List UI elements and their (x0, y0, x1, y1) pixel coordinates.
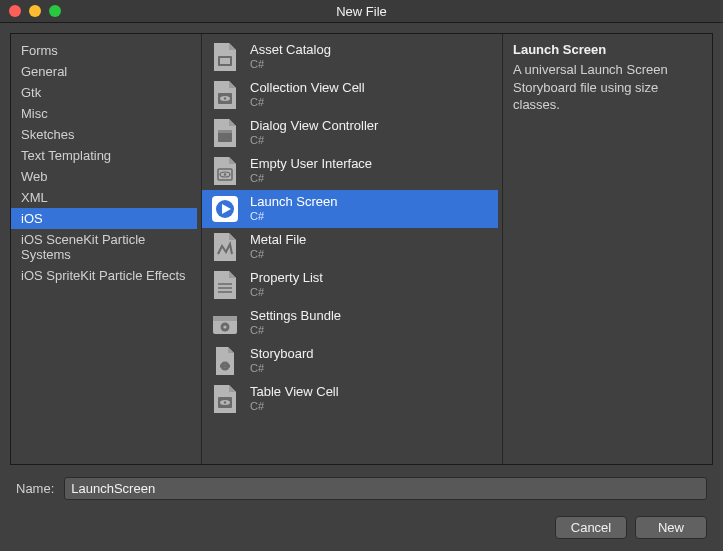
description-pane: Launch Screen A universal Launch Screen … (502, 34, 712, 464)
zoom-icon[interactable] (49, 5, 61, 17)
template-name: Table View Cell (250, 385, 339, 400)
template-lang: C# (250, 58, 331, 71)
template-item[interactable]: Empty User InterfaceC# (202, 152, 498, 190)
template-item[interactable]: Launch ScreenC# (202, 190, 498, 228)
titlebar: New File (0, 0, 723, 23)
template-list: Asset CatalogC#Collection View CellC#Dia… (202, 34, 498, 422)
template-item[interactable]: Metal FileC# (202, 228, 498, 266)
template-item[interactable]: Asset CatalogC# (202, 38, 498, 76)
template-text: Collection View CellC# (250, 81, 365, 109)
category-list: FormsGeneralGtkMiscSketchesText Templati… (11, 34, 197, 292)
template-item[interactable]: Property ListC# (202, 266, 498, 304)
footer: Cancel New (10, 504, 713, 543)
asset-catalog-icon (210, 42, 240, 72)
panes: FormsGeneralGtkMiscSketchesText Templati… (10, 33, 713, 465)
template-text: Property ListC# (250, 271, 323, 299)
minimize-icon[interactable] (29, 5, 41, 17)
sidebar-item[interactable]: iOS SceneKit Particle Systems (11, 229, 197, 265)
sidebar-item[interactable]: XML (11, 187, 197, 208)
view-cell-icon (210, 80, 240, 110)
template-lang: C# (250, 172, 372, 185)
sidebar-item[interactable]: Forms (11, 40, 197, 61)
table-cell-icon (210, 384, 240, 414)
template-text: Launch ScreenC# (250, 195, 337, 223)
template-text: Table View CellC# (250, 385, 339, 413)
sidebar-item[interactable]: Web (11, 166, 197, 187)
template-item[interactable]: Dialog View ControllerC# (202, 114, 498, 152)
dialog-icon (210, 118, 240, 148)
sidebar-item[interactable]: iOS (11, 208, 197, 229)
template-text: Metal FileC# (250, 233, 306, 261)
sidebar-item[interactable]: Sketches (11, 124, 197, 145)
sidebar-item[interactable]: Text Templating (11, 145, 197, 166)
template-lang: C# (250, 400, 339, 413)
template-name: Asset Catalog (250, 43, 331, 58)
template-lang: C# (250, 134, 378, 147)
template-name: Empty User Interface (250, 157, 372, 172)
plist-icon (210, 270, 240, 300)
name-row: Name: (10, 465, 713, 504)
metal-icon (210, 232, 240, 262)
launch-screen-icon (210, 194, 240, 224)
template-name: Launch Screen (250, 195, 337, 210)
sidebar-item[interactable]: Misc (11, 103, 197, 124)
template-lang: C# (250, 248, 306, 261)
name-input[interactable] (64, 477, 707, 500)
template-name: Settings Bundle (250, 309, 341, 324)
template-text: Settings BundleC# (250, 309, 341, 337)
template-text: StoryboardC# (250, 347, 314, 375)
description-text: A universal Launch Screen Storyboard fil… (513, 61, 702, 114)
sidebar-item[interactable]: iOS SpriteKit Particle Effects (11, 265, 197, 286)
template-name: Metal File (250, 233, 306, 248)
description-title: Launch Screen (513, 42, 702, 57)
template-item[interactable]: Table View CellC# (202, 380, 498, 418)
template-lang: C# (250, 286, 323, 299)
template-item[interactable]: StoryboardC# (202, 342, 498, 380)
template-pane: Asset CatalogC#Collection View CellC#Dia… (201, 34, 498, 464)
template-lang: C# (250, 324, 341, 337)
settings-bundle-icon (210, 308, 240, 338)
window-title: New File (0, 4, 723, 19)
template-text: Asset CatalogC# (250, 43, 331, 71)
template-text: Empty User InterfaceC# (250, 157, 372, 185)
window-controls (0, 5, 61, 17)
template-text: Dialog View ControllerC# (250, 119, 378, 147)
empty-ui-icon (210, 156, 240, 186)
name-label: Name: (16, 481, 54, 496)
content-area: FormsGeneralGtkMiscSketchesText Templati… (0, 23, 723, 551)
template-lang: C# (250, 362, 314, 375)
template-lang: C# (250, 96, 365, 109)
template-item[interactable]: Settings BundleC# (202, 304, 498, 342)
sidebar: FormsGeneralGtkMiscSketchesText Templati… (11, 34, 197, 464)
template-lang: C# (250, 210, 337, 223)
sidebar-item[interactable]: General (11, 61, 197, 82)
close-icon[interactable] (9, 5, 21, 17)
template-name: Property List (250, 271, 323, 286)
storyboard-icon (210, 346, 240, 376)
template-name: Collection View Cell (250, 81, 365, 96)
cancel-button[interactable]: Cancel (555, 516, 627, 539)
template-name: Dialog View Controller (250, 119, 378, 134)
new-button[interactable]: New (635, 516, 707, 539)
template-item[interactable]: Collection View CellC# (202, 76, 498, 114)
template-name: Storyboard (250, 347, 314, 362)
sidebar-item[interactable]: Gtk (11, 82, 197, 103)
